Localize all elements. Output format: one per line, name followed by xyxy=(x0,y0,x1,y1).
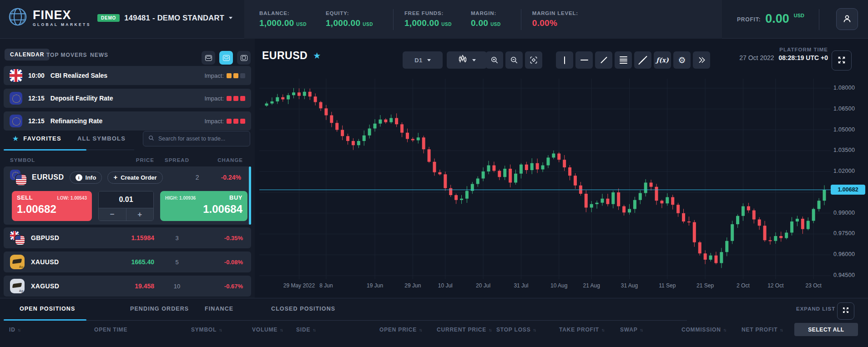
search-input[interactable] xyxy=(158,136,245,142)
volume-decrease-button[interactable]: − xyxy=(99,208,126,221)
calendar-event-row[interactable]: 12:15 Deposit Facility Rate Impact: xyxy=(4,89,251,108)
positions-panel: OPEN POSITIONS PENDING ORDERS FINANCE CL… xyxy=(0,298,868,347)
user-account-button[interactable] xyxy=(836,8,858,30)
tab-finance[interactable]: FINANCE xyxy=(205,306,233,312)
x-axis-label: 20 Jul xyxy=(463,282,504,289)
window-copy-icon[interactable] xyxy=(237,51,251,65)
column-header-current-price[interactable]: CURRENT PRICE↑↓ xyxy=(437,327,491,333)
column-header-open-price[interactable]: OPEN PRICE↑↓ xyxy=(379,327,422,333)
zoom-out-icon[interactable] xyxy=(505,51,523,69)
x-axis-label: 12 Oct xyxy=(755,282,796,289)
column-header-take-profit[interactable]: TAKE PROFIT↑↓ xyxy=(559,327,604,333)
volume-increase-button[interactable]: + xyxy=(126,208,154,221)
symbol-price: 1665.40 xyxy=(111,258,154,266)
star-icon[interactable]: ★ xyxy=(313,50,321,61)
drawing-tools-group: ƒ(x) ⚙ xyxy=(556,51,710,69)
column-header-stop-loss[interactable]: STOP LOSS↑↓ xyxy=(496,327,535,333)
impact-square xyxy=(233,96,238,101)
sort-arrows-icon: ↑↓ xyxy=(640,327,643,332)
price-chart-plot[interactable] xyxy=(259,79,831,279)
search-icon xyxy=(148,135,155,143)
function-icon[interactable]: ƒ(x) xyxy=(654,51,671,69)
symbol-row-xagusd[interactable]: Ag XAGUSD 19.458 10 -0.67% xyxy=(4,276,251,297)
timeframe-dropdown[interactable]: D1 xyxy=(403,51,443,69)
x-axis-label: 21 Aug xyxy=(571,282,612,289)
vertical-line-icon[interactable] xyxy=(556,51,573,69)
margin-metric: MARGIN: 0.00USD xyxy=(471,10,501,28)
brand-logo: FINEX GLOBAL MARKETS xyxy=(7,6,91,29)
create-order-button[interactable]: + Create Order xyxy=(107,171,162,184)
impact-square xyxy=(227,73,232,78)
zoom-reset-icon[interactable] xyxy=(525,51,542,69)
tab-calendar[interactable]: CALENDAR xyxy=(5,49,50,60)
column-header-side[interactable]: SIDE↑↓ xyxy=(296,327,315,333)
gbpusd-flag-icon xyxy=(10,231,25,245)
horizontal-line-icon[interactable] xyxy=(575,51,593,69)
balance-metric: BALANCE: 1,000.00USD xyxy=(259,10,307,28)
selected-indicator xyxy=(249,166,251,225)
tab-pending-orders[interactable]: PENDING ORDERS xyxy=(130,306,189,312)
sort-arrows-icon: ↑↓ xyxy=(489,327,491,332)
calendar-event-row[interactable]: 12:15 Refinancing Rate Impact: xyxy=(4,111,251,131)
column-header-id[interactable]: ID↑↓ xyxy=(9,327,20,333)
divider xyxy=(819,9,819,30)
spread-value: 2 xyxy=(196,174,199,181)
symbol-spread: 10 xyxy=(154,283,200,290)
column-header-volume[interactable]: VOLUME↑↓ xyxy=(252,327,283,333)
tab-news[interactable]: NEWS xyxy=(90,52,108,58)
tab-closed-positions[interactable]: CLOSED POSITIONS xyxy=(271,306,335,312)
candlestick-chart[interactable] xyxy=(259,79,831,279)
sort-arrows-icon: ↑↓ xyxy=(780,327,782,332)
message-panel-icon[interactable] xyxy=(219,51,233,65)
tab-favorites[interactable]: ★ FAVORITES xyxy=(12,134,61,143)
account-selector[interactable]: DEMO 149481 - DEMO STANDART xyxy=(97,14,232,22)
fullscreen-button[interactable] xyxy=(832,50,852,70)
info-button[interactable]: i Info xyxy=(70,171,102,184)
fib-levels-icon[interactable] xyxy=(615,51,632,69)
symbol-spread: 5 xyxy=(154,259,200,266)
sort-arrows-icon: ↑↓ xyxy=(313,327,315,332)
column-header-symbol[interactable]: SYMBOL↑↓ xyxy=(191,327,222,333)
country-flag-icon xyxy=(10,115,22,127)
margin-level-metric: MARGIN LEVEL: 0.00% xyxy=(532,10,578,28)
tab-open-positions[interactable]: OPEN POSITIONS xyxy=(20,306,75,312)
chevron-down-icon xyxy=(229,17,232,19)
sort-arrows-icon: ↑↓ xyxy=(219,327,222,332)
symbol-row-xauusd[interactable]: Au XAUUSD 1665.40 5 -0.08% xyxy=(4,251,251,272)
platform-time: PLATFORM TIME 27 Oct 2022 08:28:19 UTC +… xyxy=(739,47,828,61)
calendar-event-row[interactable]: 10:00 CBI Realized Sales Impact: xyxy=(4,66,251,85)
info-icon: i xyxy=(76,174,82,181)
parallel-channel-icon[interactable] xyxy=(634,51,651,69)
y-axis-label: 0.99000 xyxy=(833,210,868,216)
top-bar: FINEX GLOBAL MARKETS DEMO 149481 - DEMO … xyxy=(0,0,868,39)
sell-button[interactable]: SELL LOW: 1.00543 1.00682 xyxy=(12,191,92,221)
select-all-button[interactable]: SELECT ALL xyxy=(794,323,858,336)
zoom-in-icon[interactable] xyxy=(486,51,503,69)
tab-top-movers[interactable]: TOP MOVERS xyxy=(46,52,87,58)
sort-arrows-icon: ↑↓ xyxy=(533,327,535,332)
tab-all-symbols[interactable]: ALL SYMBOLS xyxy=(77,135,126,142)
column-header-swap[interactable]: SWAP↑↓ xyxy=(620,327,642,333)
symbol-row-gbpusd[interactable]: GBPUSD 1.15984 3 -0.35% xyxy=(4,227,251,248)
archive-box-icon[interactable] xyxy=(202,51,215,65)
gold-icon: Au xyxy=(10,255,25,269)
divider xyxy=(521,9,521,30)
column-header-net-profit[interactable]: NET PROFIT↑↓ xyxy=(742,327,782,333)
symbol-change: -0.08% xyxy=(200,259,243,266)
chart-type-dropdown[interactable] xyxy=(447,51,487,69)
sort-arrows-icon: ↑↓ xyxy=(18,327,20,332)
volume-value[interactable]: 0.01 xyxy=(99,191,153,208)
zoom-group xyxy=(486,51,542,69)
divider xyxy=(393,9,394,30)
impact-square xyxy=(227,119,232,124)
expand-icon xyxy=(842,306,850,316)
buy-button[interactable]: HIGH: 1.00936 BUY 1.00684 xyxy=(160,191,247,221)
trend-line-icon[interactable] xyxy=(595,51,612,69)
expand-list-button[interactable] xyxy=(837,302,854,320)
column-header-commission[interactable]: COMMISSION↑↓ xyxy=(681,327,726,333)
double-chevron-right-icon[interactable] xyxy=(693,51,710,69)
symbol-search[interactable] xyxy=(143,131,250,146)
profit-value: 0.00 xyxy=(765,12,789,26)
gear-icon[interactable]: ⚙ xyxy=(673,51,691,69)
expand-icon xyxy=(837,55,847,66)
